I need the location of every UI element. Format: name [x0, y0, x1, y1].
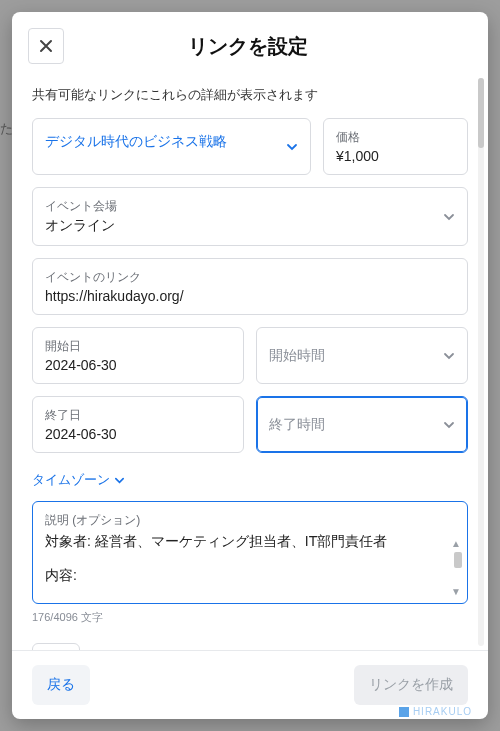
textarea-scrollbar-thumb[interactable]	[454, 552, 462, 568]
venue-value: オンライン	[45, 217, 455, 235]
link-settings-modal: リンクを設定 共有可能なリンクにこれらの詳細が表示されます デジタル時代のビジネ…	[12, 12, 488, 719]
description-textarea[interactable]	[45, 529, 455, 593]
chevron-down-icon	[114, 475, 125, 486]
description-field[interactable]: 説明 (オプション) ▲ ▼	[32, 501, 468, 604]
modal-subhead: 共有可能なリンクにこれらの詳細が表示されます	[32, 86, 468, 104]
create-link-button[interactable]: リンクを作成	[354, 665, 468, 705]
watermark: HIRAKULO	[399, 706, 472, 717]
close-button[interactable]	[28, 28, 64, 64]
chevron-down-icon	[443, 419, 455, 431]
price-field[interactable]: 価格 ¥1,000	[323, 118, 468, 175]
textarea-scroll-up-icon[interactable]: ▲	[451, 538, 461, 549]
timezone-link[interactable]: タイムゾーン	[32, 471, 125, 489]
start-date-field[interactable]: 開始日 2024-06-30	[32, 327, 244, 384]
end-date-label: 終了日	[45, 407, 231, 424]
watermark-icon	[399, 707, 409, 717]
chevron-down-icon	[443, 350, 455, 362]
price-label: 価格	[336, 129, 455, 146]
chevron-down-icon	[443, 211, 455, 223]
event-link-field[interactable]: イベントのリンク https://hirakudayo.org/	[32, 258, 468, 315]
event-type-select[interactable]: デジタル時代のビジネス戦略	[32, 118, 311, 175]
event-type-value: デジタル時代のビジネス戦略	[45, 133, 298, 151]
start-time-placeholder: 開始時間	[269, 347, 325, 365]
start-time-field[interactable]: 開始時間	[256, 327, 468, 384]
close-icon	[39, 39, 53, 53]
price-value: ¥1,000	[336, 148, 455, 164]
textarea-scroll-down-icon[interactable]: ▼	[451, 586, 461, 597]
end-time-placeholder: 終了時間	[269, 416, 325, 434]
modal-title: リンクを設定	[64, 33, 432, 60]
description-label: 説明 (オプション)	[45, 512, 455, 529]
back-button[interactable]: 戻る	[32, 665, 90, 705]
start-date-label: 開始日	[45, 338, 231, 355]
chevron-down-icon	[286, 141, 298, 153]
start-date-value: 2024-06-30	[45, 357, 231, 373]
end-time-field[interactable]: 終了時間	[256, 396, 468, 453]
timezone-link-label: タイムゾーン	[32, 471, 110, 489]
scrollbar-thumb[interactable]	[478, 78, 484, 148]
event-link-label: イベントのリンク	[45, 269, 455, 286]
watermark-text: HIRAKULO	[413, 706, 472, 717]
upload-image-button[interactable]	[32, 643, 80, 650]
venue-label: イベント会場	[45, 198, 455, 215]
end-date-value: 2024-06-30	[45, 426, 231, 442]
char-counter: 176/4096 文字	[32, 610, 468, 625]
venue-field[interactable]: イベント会場 オンライン	[32, 187, 468, 246]
scrollbar-track[interactable]	[478, 78, 484, 646]
end-date-field[interactable]: 終了日 2024-06-30	[32, 396, 244, 453]
event-link-value: https://hirakudayo.org/	[45, 288, 455, 304]
